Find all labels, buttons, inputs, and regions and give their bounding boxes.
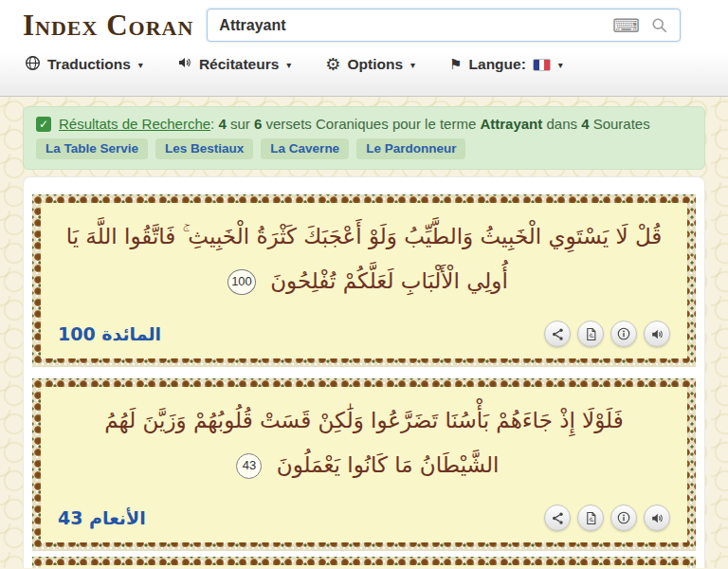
nav-langue-label: Langue: [469, 56, 526, 73]
audio-speaker-icon [650, 511, 664, 525]
search-input[interactable] [208, 9, 680, 41]
app-logo[interactable]: Index Coran [23, 9, 193, 42]
chevron-down-icon: ▾ [286, 60, 291, 70]
verse-actions [544, 321, 670, 347]
speaker-icon [177, 55, 192, 74]
chevron-down-icon: ▾ [558, 60, 563, 70]
results-link[interactable]: Résultats de Recherche [59, 116, 210, 132]
main-nav: Traductions ▾ Récitateurs ▾ ⚙ Options ▾ … [0, 42, 728, 87]
globe-icon [25, 55, 41, 75]
nav-options[interactable]: ⚙ Options ▾ [325, 56, 415, 73]
nav-recitateurs[interactable]: Récitateurs ▾ [177, 55, 291, 74]
flag-icon: ⚑ [449, 57, 462, 72]
header: Index Coran ⌨ Traductions ▾ [0, 0, 728, 97]
search-box: ⌨ [207, 9, 681, 42]
chevron-down-icon: ▾ [138, 60, 143, 70]
verse-arabic-text: قُلْ لَا يَسْتَوِي الْخَبِيثُ وَالطَّيِّ… [58, 212, 670, 303]
surah-tag-la-caverne[interactable]: La Caverne [261, 138, 349, 159]
virtual-keyboard-icon[interactable]: ⌨ [612, 13, 640, 38]
verse-number-badge: 43 [236, 453, 262, 479]
verse-text: فَلَوْلَا إِذْ جَاءَهُمْ بَأْسُنَا تَضَر… [104, 408, 623, 477]
audio-button[interactable] [644, 321, 670, 347]
share-button[interactable] [544, 505, 571, 531]
verse-card-inner [41, 565, 687, 568]
info-button[interactable] [610, 505, 637, 531]
info-button[interactable] [610, 321, 637, 347]
results-sur: sur [227, 116, 254, 132]
nav-traductions[interactable]: Traductions ▾ [25, 55, 143, 75]
info-icon [616, 326, 631, 341]
results-mid-text: versets Coraniques pour le terme [262, 116, 480, 132]
pdf-button[interactable] [577, 505, 604, 531]
checkbox-checked-icon: ✓ [36, 117, 51, 132]
nav-recitateurs-label: Récitateurs [199, 56, 279, 73]
share-icon [551, 327, 565, 341]
verse-card-footer: المائدة 100 [58, 321, 670, 347]
gear-icon: ⚙ [325, 57, 340, 72]
surah-tag-le-pardonneur[interactable]: Le Pardonneur [356, 138, 465, 159]
nav-options-label: Options [348, 56, 404, 73]
verse-card-partial [32, 557, 696, 568]
chevron-down-icon: ▾ [410, 60, 415, 70]
verse-card-footer: الأنعام 43 [58, 505, 670, 531]
search-icon[interactable] [651, 17, 668, 38]
verse-actions [544, 505, 670, 531]
results-sourates-count: 4 [581, 116, 589, 132]
nav-traductions-label: Traductions [47, 56, 131, 73]
results-end-text: Sourates [590, 116, 650, 132]
share-button[interactable] [544, 321, 571, 347]
header-top-row: Index Coran ⌨ [0, 0, 728, 42]
share-icon [551, 511, 565, 525]
verse-number-badge: 100 [228, 269, 256, 295]
info-icon [616, 510, 631, 525]
french-flag-icon [533, 59, 551, 71]
audio-speaker-icon [650, 327, 664, 341]
surah-tag-la-table-servie[interactable]: La Table Servie [36, 138, 148, 159]
pdf-button[interactable] [577, 321, 604, 347]
results-summary: ✓ Résultats de Recherche: 4 sur 6 verset… [36, 116, 692, 132]
results-dans: dans [542, 116, 581, 132]
results-container: قُلْ لَا يَسْتَوِي الْخَبِيثُ وَالطَّيِّ… [23, 176, 705, 568]
pdf-icon [584, 511, 598, 525]
verse-card-inner: فَلَوْلَا إِذْ جَاءَهُمْ بَأْسُنَا تَضَر… [41, 387, 687, 542]
verse-card: قُلْ لَا يَسْتَوِي الْخَبِيثُ وَالطَّيِّ… [32, 194, 696, 367]
results-summary-text: Résultats de Recherche: 4 sur 6 versets … [59, 116, 650, 132]
verse-card: فَلَوْلَا إِذْ جَاءَهُمْ بَأْسُنَا تَضَر… [32, 378, 696, 551]
audio-button[interactable] [644, 505, 670, 531]
surah-reference-link[interactable]: المائدة 100 [58, 323, 161, 344]
page-content: ✓ Résultats de Recherche: 4 sur 6 verset… [0, 97, 728, 568]
nav-langue[interactable]: ⚑ Langue: ▾ [449, 56, 563, 73]
results-count-found: 4 [218, 116, 226, 132]
surah-tags: La Table Servie Les Bestiaux La Caverne … [36, 138, 692, 159]
surah-reference-link[interactable]: الأنعام 43 [58, 507, 146, 528]
pdf-icon [584, 327, 598, 341]
verse-arabic-text: فَلَوْلَا إِذْ جَاءَهُمْ بَأْسُنَا تَضَر… [58, 396, 670, 487]
verse-text: قُلْ لَا يَسْتَوِي الْخَبِيثُ وَالطَّيِّ… [66, 224, 663, 293]
surah-tag-les-bestiaux[interactable]: Les Bestiaux [155, 138, 253, 159]
results-search-term: Attrayant [480, 116, 542, 132]
search-results-banner: ✓ Résultats de Recherche: 4 sur 6 verset… [23, 106, 705, 170]
verse-card-inner: قُلْ لَا يَسْتَوِي الْخَبِيثُ وَالطَّيِّ… [41, 203, 687, 358]
